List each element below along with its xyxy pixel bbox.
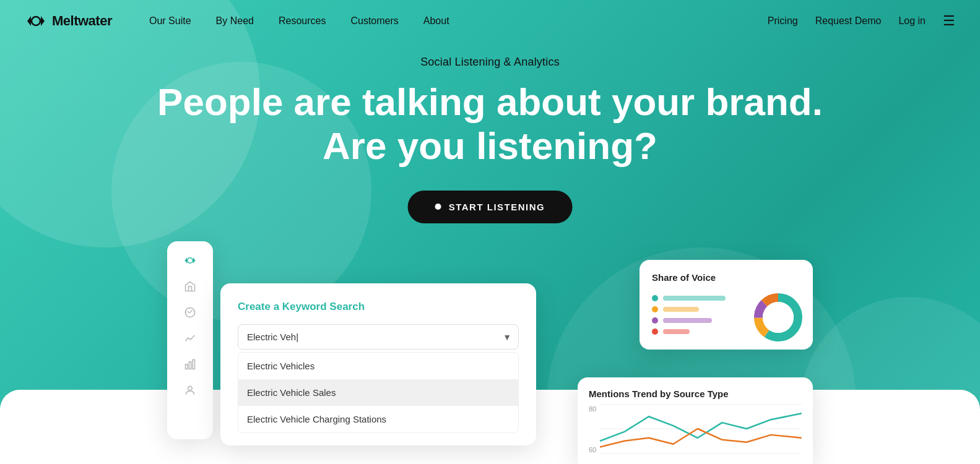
sidebar-chart-line-icon[interactable]	[183, 332, 197, 345]
sov-legend-item-0	[652, 295, 741, 301]
navbar: Meltwater Our Suite By Need Resources Cu…	[0, 0, 980, 42]
keyword-card-title-highlight: Keyword Search	[282, 301, 365, 312]
cta-dot	[435, 204, 441, 210]
hero-content: Social Listening & Analytics People are …	[157, 56, 823, 223]
logo[interactable]: Meltwater	[25, 13, 112, 29]
svg-point-15	[763, 302, 794, 333]
hero-subtitle: Social Listening & Analytics	[157, 56, 823, 69]
sidebar-panel	[167, 241, 213, 439]
mentions-title: Mentions Trend by Source Type	[589, 389, 802, 399]
sidebar-bar-chart-icon[interactable]	[183, 358, 197, 371]
svg-point-1	[32, 17, 40, 25]
svg-marker-3	[184, 257, 187, 264]
svg-rect-7	[186, 364, 188, 369]
nav-links: Our Suite By Need Resources Customers Ab…	[149, 15, 768, 27]
dropdown-arrow-icon: ▼	[503, 332, 511, 342]
sov-bar-2	[663, 318, 712, 323]
share-of-voice-card: Share of Voice	[640, 260, 813, 350]
line-chart-svg	[600, 404, 802, 453]
keyword-option-1[interactable]: Electric Vehicle Sales	[238, 379, 518, 406]
pricing-link[interactable]: Pricing	[768, 15, 798, 27]
sov-legend	[652, 295, 741, 335]
svg-marker-5	[193, 257, 196, 264]
y-label-60: 60	[589, 446, 596, 453]
sov-bar-3	[663, 329, 690, 334]
svg-rect-9	[193, 360, 194, 369]
nav-link-our-suite[interactable]: Our Suite	[149, 15, 191, 27]
keyword-search-card: Create a Keyword Search ▼ Electric Vehic…	[220, 283, 536, 445]
sov-dot-0	[652, 295, 658, 301]
request-demo-link[interactable]: Request Demo	[815, 15, 882, 27]
nav-right: Pricing Request Demo Log in ☰	[768, 13, 955, 29]
keyword-card-title: Create a Keyword Search	[238, 301, 519, 313]
sov-bar-0	[663, 296, 726, 301]
sov-dot-3	[652, 329, 658, 335]
sov-legend-item-2	[652, 317, 741, 324]
hero-title: People are talking about your brand. Are…	[157, 80, 823, 168]
keyword-options-list: Electric Vehicles Electric Vehicle Sales…	[238, 352, 519, 433]
sov-bar-1	[663, 307, 699, 312]
keyword-input[interactable]	[238, 324, 519, 350]
sidebar-person-icon[interactable]	[183, 384, 197, 397]
svg-rect-8	[189, 362, 191, 369]
cta-label: START LISTENING	[449, 202, 545, 212]
keyword-input-wrap: ▼	[238, 324, 519, 350]
svg-point-4	[188, 258, 193, 264]
y-axis: 80 60	[589, 404, 600, 453]
svg-point-10	[188, 386, 193, 390]
nav-link-about[interactable]: About	[423, 15, 449, 27]
sidebar-compass-icon[interactable]	[183, 306, 197, 319]
svg-marker-2	[41, 16, 45, 26]
hamburger-menu[interactable]: ☰	[943, 13, 955, 29]
sov-dot-2	[652, 317, 658, 324]
logo-icon	[25, 14, 47, 28]
sidebar-logo[interactable]	[183, 254, 197, 267]
mentions-chart-area: 80 60	[589, 404, 802, 460]
hero-title-line2: Are you listening?	[323, 124, 657, 167]
keyword-option-0[interactable]: Electric Vehicles	[238, 353, 518, 379]
donut-chart	[751, 290, 800, 340]
keyword-option-2[interactable]: Electric Vehicle Charging Stations	[238, 406, 518, 432]
mentions-trend-card: Mentions Trend by Source Type 80 60	[578, 377, 813, 464]
sov-legend-item-1	[652, 306, 741, 312]
hero-title-line1: People are talking about your brand.	[157, 80, 823, 123]
sov-title: Share of Voice	[652, 272, 800, 283]
keyword-card-title-plain: Create a	[238, 301, 282, 312]
nav-link-customers[interactable]: Customers	[350, 15, 398, 27]
sov-dot-1	[652, 306, 658, 312]
donut-svg	[751, 290, 805, 345]
sidebar-home-icon[interactable]	[183, 280, 197, 293]
sov-content	[652, 290, 800, 340]
sov-legend-item-3	[652, 329, 741, 335]
login-link[interactable]: Log in	[898, 15, 926, 27]
logo-text: Meltwater	[52, 13, 112, 29]
cta-button[interactable]: START LISTENING	[408, 191, 573, 223]
svg-marker-0	[27, 16, 31, 26]
nav-link-resources[interactable]: Resources	[279, 15, 326, 27]
nav-link-by-need[interactable]: By Need	[216, 15, 254, 27]
y-label-80: 80	[589, 405, 596, 413]
